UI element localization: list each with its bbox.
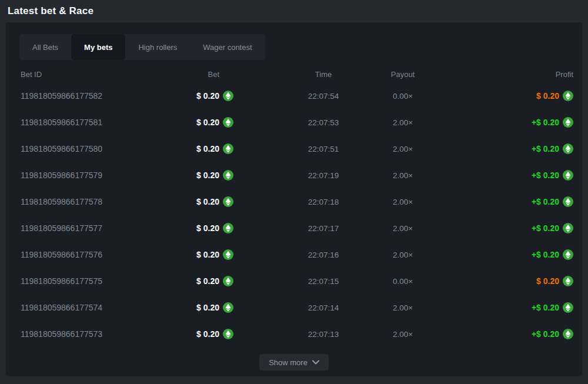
bet-cell: $ 0.20 <box>15 143 233 154</box>
bet-payout: 2.00× <box>344 303 462 312</box>
column-header-profit: Profit <box>556 70 573 79</box>
column-header-bet: Bet <box>15 70 233 79</box>
bet-cell: $ 0.20 <box>15 302 233 313</box>
table-row[interactable]: 119818059866177582 $ 0.20 22:07:54 0.00×… <box>15 82 573 109</box>
bet-amount: $ 0.20 <box>196 171 219 180</box>
bets-table: Bet ID Bet Time Payout Profit 1198180598… <box>15 66 573 347</box>
profit-cell: +$ 0.20 <box>532 302 573 313</box>
bet-payout: 2.00× <box>344 250 462 259</box>
bet-profit: +$ 0.20 <box>532 223 559 233</box>
bet-payout: 0.00× <box>344 91 462 100</box>
bet-cell: $ 0.20 <box>15 196 233 207</box>
table-row[interactable]: 119818059866177574 $ 0.20 22:07:14 2.00×… <box>15 294 573 320</box>
profit-cell: +$ 0.20 <box>532 143 573 154</box>
table-row[interactable]: 119818059866177576 $ 0.20 22:07:16 2.00×… <box>15 241 573 268</box>
bet-payout: 2.00× <box>344 144 462 153</box>
bet-cell: $ 0.20 <box>15 329 233 339</box>
bet-profit: +$ 0.20 <box>532 118 559 127</box>
bet-amount: $ 0.20 <box>196 250 219 259</box>
tab-my-bets[interactable]: My bets <box>71 34 125 60</box>
bet-profit: +$ 0.20 <box>532 197 559 206</box>
eth-coin-icon <box>563 91 573 101</box>
tab-label: Wager contest <box>203 43 252 52</box>
bet-profit: +$ 0.20 <box>532 303 559 312</box>
tab-label: High rollers <box>138 43 177 52</box>
eth-coin-icon <box>563 249 573 260</box>
eth-coin-icon <box>563 196 573 207</box>
tab-wager-contest[interactable]: Wager contest <box>190 34 265 60</box>
table-row[interactable]: 119818059866177577 $ 0.20 22:07:17 2.00×… <box>15 215 573 241</box>
eth-coin-icon <box>223 143 233 154</box>
bet-payout: 2.00× <box>344 118 462 126</box>
table-row[interactable]: 119818059866177578 $ 0.20 22:07:18 2.00×… <box>15 188 573 215</box>
bet-cell: $ 0.20 <box>15 223 233 233</box>
bet-amount: $ 0.20 <box>196 91 219 101</box>
bet-amount: $ 0.20 <box>196 144 219 153</box>
eth-coin-icon <box>223 223 233 233</box>
bet-profit: $ 0.20 <box>536 276 559 286</box>
table-row[interactable]: 119818059866177580 $ 0.20 22:07:51 2.00×… <box>15 135 573 162</box>
bet-cell: $ 0.20 <box>15 117 233 128</box>
bet-profit: +$ 0.20 <box>532 250 559 259</box>
profit-cell: +$ 0.20 <box>532 249 573 260</box>
bet-profit: +$ 0.20 <box>532 144 559 153</box>
show-more-label: Show more <box>269 358 308 367</box>
bet-amount: $ 0.20 <box>196 118 219 127</box>
profit-cell: +$ 0.20 <box>532 196 573 207</box>
section-header: Latest bet & Race <box>0 0 588 22</box>
profit-cell: +$ 0.20 <box>532 170 573 181</box>
bet-payout: 2.00× <box>344 329 462 338</box>
bet-payout: 2.00× <box>344 197 462 206</box>
eth-coin-icon <box>563 329 573 339</box>
eth-coin-icon <box>223 329 233 339</box>
bet-payout: 0.00× <box>344 276 462 285</box>
bet-amount: $ 0.20 <box>196 303 219 312</box>
table-body: 119818059866177582 $ 0.20 22:07:54 0.00×… <box>15 82 573 347</box>
profit-cell: $ 0.20 <box>536 91 573 101</box>
bet-amount: $ 0.20 <box>196 223 219 233</box>
eth-coin-icon <box>223 276 233 286</box>
show-more-button[interactable]: Show more <box>259 354 329 370</box>
eth-coin-icon <box>563 276 573 286</box>
eth-coin-icon <box>563 117 573 128</box>
eth-coin-icon <box>563 170 573 181</box>
page-title: Latest bet & Race <box>8 5 93 17</box>
bet-cell: $ 0.20 <box>15 276 233 286</box>
table-row[interactable]: 119818059866177579 $ 0.20 22:07:19 2.00×… <box>15 162 573 188</box>
bet-cell: $ 0.20 <box>15 91 233 101</box>
profit-cell: +$ 0.20 <box>532 117 573 128</box>
latest-bets-panel: All Bets My bets High rollers Wager cont… <box>6 22 582 376</box>
bet-amount: $ 0.20 <box>196 329 219 339</box>
bet-profit: +$ 0.20 <box>532 171 559 180</box>
bet-amount: $ 0.20 <box>196 197 219 206</box>
eth-coin-icon <box>223 117 233 128</box>
bet-cell: $ 0.20 <box>15 249 233 260</box>
bet-profit: +$ 0.20 <box>532 329 559 339</box>
profit-cell: $ 0.20 <box>536 276 573 286</box>
eth-coin-icon <box>223 170 233 181</box>
show-more-container: Show more <box>6 354 582 370</box>
bet-payout: 2.00× <box>344 171 462 179</box>
profit-cell: +$ 0.20 <box>532 223 573 233</box>
profit-cell: +$ 0.20 <box>532 329 573 339</box>
table-row[interactable]: 119818059866177581 $ 0.20 22:07:53 2.00×… <box>15 109 573 135</box>
tab-label: My bets <box>84 43 112 52</box>
tab-label: All Bets <box>32 43 58 52</box>
eth-coin-icon <box>223 302 233 313</box>
tab-high-rollers[interactable]: High rollers <box>125 34 190 60</box>
bet-tabs: All Bets My bets High rollers Wager cont… <box>19 34 265 60</box>
eth-coin-icon <box>223 91 233 101</box>
eth-coin-icon <box>563 143 573 154</box>
table-row[interactable]: 119818059866177575 $ 0.20 22:07:15 0.00×… <box>15 268 573 294</box>
column-header-payout: Payout <box>344 70 462 79</box>
table-row[interactable]: 119818059866177573 $ 0.20 22:07:13 2.00×… <box>15 320 573 347</box>
bet-cell: $ 0.20 <box>15 170 233 181</box>
eth-coin-icon <box>223 249 233 260</box>
table-header-row: Bet ID Bet Time Payout Profit <box>15 66 573 82</box>
bet-payout: 2.00× <box>344 223 462 232</box>
chevron-down-icon <box>312 360 319 365</box>
eth-coin-icon <box>563 223 573 233</box>
eth-coin-icon <box>223 196 233 207</box>
bet-profit: $ 0.20 <box>536 91 559 101</box>
tab-all-bets[interactable]: All Bets <box>19 34 71 60</box>
